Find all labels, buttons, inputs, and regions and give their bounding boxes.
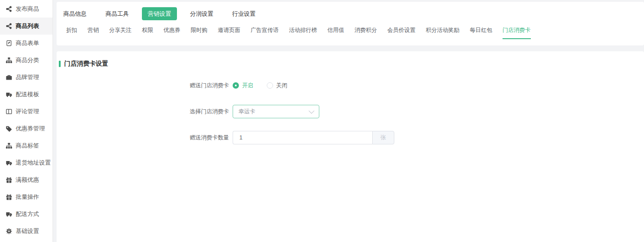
sub-tab-bar: 折扣 营销 分享关注 权限 优惠券 限时购 邀请页面 广告宣传语 活动排行榜 信…: [66, 27, 644, 39]
form-row-select-card: 选择门店消费卡 幸运卡: [59, 105, 644, 118]
select-value: 幸运卡: [238, 108, 309, 116]
gear-icon: [6, 228, 12, 234]
subtab-permissions[interactable]: 权限: [142, 27, 153, 39]
chevron-down-icon: [309, 108, 314, 114]
sidebar-item-label: 发布商品: [16, 5, 39, 13]
sidebar-item-shipping-template[interactable]: 配送模板: [0, 86, 53, 103]
sidebar-item-label: 评论管理: [16, 108, 39, 116]
tab-product-info[interactable]: 商品信息: [57, 7, 93, 20]
briefcase-icon: [6, 74, 12, 81]
sidebar-item-label: 批量操作: [16, 193, 39, 201]
tab-profit-sharing-settings[interactable]: 分润设置: [184, 7, 219, 20]
truck-icon: [6, 160, 12, 166]
sidebar-item-return-address-settings[interactable]: 退货地址设置: [0, 154, 53, 171]
sidebar-item-label: 品牌管理: [16, 73, 39, 81]
subtab-credit-value[interactable]: 信用值: [327, 27, 344, 39]
sidebar-item-label: 退货地址设置: [16, 159, 51, 167]
tag-icon: [6, 125, 12, 132]
sidebar-item-publish-product[interactable]: 发布商品: [0, 0, 53, 18]
tab-product-tools[interactable]: 商品工具: [100, 7, 135, 20]
sidebar-item-label: 基础设置: [16, 227, 39, 235]
sidebar-item-shipping-method[interactable]: 配送方式: [0, 206, 53, 223]
sitemap-icon: [6, 57, 12, 63]
truck-icon: [6, 211, 12, 217]
sidebar-item-coupon-management[interactable]: 优惠券管理: [0, 120, 53, 137]
content-card: 门店消费卡设置 赠送门店消费卡 开启 关闭: [57, 51, 644, 242]
subtab-consumption-points[interactable]: 消费积分: [355, 27, 377, 39]
subtab-store-consumption-card[interactable]: 门店消费卡: [503, 27, 531, 39]
subtab-activity-ranking[interactable]: 活动排行榜: [289, 27, 318, 39]
store-card-form: 赠送门店消费卡 开启 关闭 选择门店消费卡: [59, 79, 644, 144]
share-nodes-icon: [6, 6, 12, 12]
sidebar-item-label: 满额优惠: [16, 176, 39, 184]
form-row-quantity: 赠送消费卡数量 张: [59, 131, 644, 144]
quantity-control: 张: [233, 131, 394, 144]
sidebar-item-label: 商品标签: [16, 142, 39, 150]
select-card-label: 选择门店消费卡: [59, 108, 229, 116]
sidebar-item-product-list[interactable]: 商品列表: [0, 18, 53, 35]
file-icon: [6, 40, 12, 46]
subtab-daily-red-packet[interactable]: 每日红包: [470, 27, 492, 39]
select-card-control: 幸运卡: [233, 105, 319, 118]
radio-unchecked-icon: [267, 82, 273, 89]
quantity-unit-addon: 张: [372, 131, 394, 144]
sidebar-item-product-tags[interactable]: 商品标签: [0, 137, 53, 154]
sidebar-item-label: 商品分类: [16, 56, 39, 64]
give-card-label: 赠送门店消费卡: [59, 82, 229, 90]
section-title: 门店消费卡设置: [59, 60, 644, 68]
sidebar-item-label: 配送方式: [16, 210, 39, 218]
subtab-invite-page[interactable]: 邀请页面: [218, 27, 240, 39]
quantity-input[interactable]: [233, 131, 372, 144]
sidebar-item-label: 商品列表: [16, 22, 39, 30]
store-card-select[interactable]: 幸运卡: [233, 105, 319, 118]
section-title-accent-bar: [59, 61, 61, 67]
columns-icon: [6, 108, 12, 115]
section-title-text: 门店消费卡设置: [64, 60, 108, 68]
share-nodes-icon: [6, 23, 12, 29]
radio-checked-icon: [233, 82, 239, 89]
subtab-points-activity-reward[interactable]: 积分活动奖励: [426, 27, 459, 39]
gift-icon: [6, 194, 12, 200]
subtab-member-price-settings[interactable]: 会员价设置: [388, 27, 416, 39]
sidebar: 发布商品 商品列表 商品表单 商品分类 品牌管理: [0, 0, 53, 242]
app-window: 发布商品 商品列表 商品表单 商品分类 品牌管理: [0, 0, 644, 242]
subtab-marketing[interactable]: 营销: [88, 27, 99, 39]
main-tab-bar: 商品信息 商品工具 营销设置 分润设置 行业设置: [57, 7, 644, 20]
form-row-give-card: 赠送门店消费卡 开启 关闭: [59, 79, 644, 92]
radio-enable[interactable]: 开启: [233, 82, 253, 90]
tab-marketing-settings[interactable]: 营销设置: [142, 7, 177, 20]
sidebar-item-basic-settings[interactable]: 基础设置: [0, 223, 53, 240]
subtab-coupon[interactable]: 优惠券: [163, 27, 181, 39]
quantity-label: 赠送消费卡数量: [59, 134, 229, 142]
subtab-flash-sale[interactable]: 限时购: [191, 27, 208, 39]
gift-icon: [6, 177, 12, 183]
sitemap-icon: [6, 143, 12, 149]
sidebar-item-review-management[interactable]: 评论管理: [0, 103, 53, 120]
sidebar-item-product-form[interactable]: 商品表单: [0, 35, 53, 52]
sidebar-item-label: 商品表单: [16, 39, 39, 47]
sidebar-item-label: 优惠券管理: [16, 125, 45, 133]
give-card-radio-group: 开启 关闭: [233, 82, 287, 90]
sidebar-item-label: 配送模板: [16, 90, 39, 99]
tab-industry-settings[interactable]: 行业设置: [226, 7, 261, 20]
radio-disable[interactable]: 关闭: [267, 82, 287, 90]
subtab-ad-slogan[interactable]: 广告宣传语: [251, 27, 279, 39]
quantity-input-group: 张: [233, 131, 394, 144]
sidebar-item-batch-operations[interactable]: 批量操作: [0, 188, 53, 206]
sidebar-item-brand-management[interactable]: 品牌管理: [0, 69, 53, 86]
subtab-discount[interactable]: 折扣: [66, 27, 77, 39]
subtab-share-follow[interactable]: 分享关注: [109, 27, 132, 39]
tabs-card: 商品信息 商品工具 营销设置 分润设置 行业设置 折扣 营销 分享关注 权限 优…: [57, 2, 644, 45]
sidebar-item-product-category[interactable]: 商品分类: [0, 52, 53, 69]
truck-icon: [6, 91, 12, 98]
main-area: 商品信息 商品工具 营销设置 分润设置 行业设置 折扣 营销 分享关注 权限 优…: [53, 0, 644, 242]
sidebar-item-full-amount-discount[interactable]: 满额优惠: [0, 171, 53, 188]
